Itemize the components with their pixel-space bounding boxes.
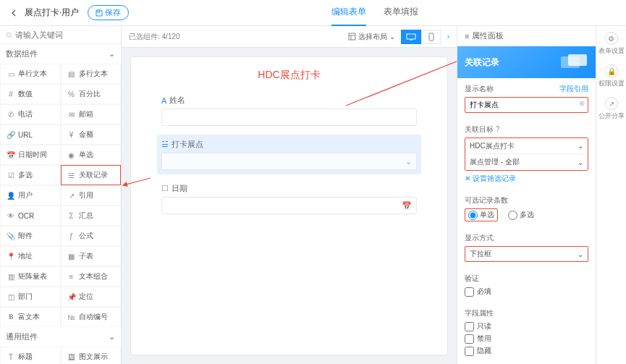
gear-icon: ⚙ xyxy=(605,32,618,45)
top-bar: 展点打卡·用户 保存 编辑表单 表单填报 xyxy=(0,0,626,26)
chevron-down-icon: ⌄ xyxy=(578,250,583,258)
component-汇总[interactable]: Σ汇总 xyxy=(61,206,122,226)
form-title: HDC展点打卡 xyxy=(161,69,417,82)
component-矩阵量表[interactable]: ▥矩阵量表 xyxy=(0,266,61,287)
component-icon: ƒ xyxy=(67,232,76,240)
target-view-select[interactable]: 展点管理 - 全部⌄ xyxy=(465,154,588,170)
tab-fill-form[interactable]: 表单填报 xyxy=(384,0,418,26)
rail-form-settings[interactable]: ⚙表单设置 xyxy=(598,32,625,56)
component-子表[interactable]: ▦子表 xyxy=(61,246,122,266)
rail-permission-settings[interactable]: 🔒权限设置 xyxy=(598,64,625,88)
share-icon: ↗ xyxy=(605,97,618,110)
component-icon: 𝐁 xyxy=(7,313,15,321)
component-search[interactable] xyxy=(0,26,121,44)
component-单选[interactable]: ◉单选 xyxy=(61,145,122,165)
component-icon: ▦ xyxy=(67,252,76,261)
component-多行文本[interactable]: ▤多行文本 xyxy=(61,64,122,84)
svg-rect-2 xyxy=(407,34,415,39)
component-icon: ☱ xyxy=(67,171,76,179)
desktop-view-button[interactable] xyxy=(401,30,421,44)
checkbox-disabled[interactable]: 禁用 xyxy=(465,334,588,344)
component-数值[interactable]: #数值 xyxy=(0,84,61,104)
component-自动编号[interactable]: №自动编号 xyxy=(61,307,122,327)
component-标题[interactable]: T标题 xyxy=(0,347,61,364)
main-tabs: 编辑表单 表单填报 xyxy=(331,0,418,26)
page-title: 展点打卡·用户 xyxy=(25,7,79,19)
component-URL[interactable]: 🔗URL xyxy=(0,124,61,145)
component-文本组合[interactable]: ≡文本组合 xyxy=(61,266,122,287)
filter-settings-link[interactable]: ✕ 设置筛选记录 xyxy=(465,174,516,184)
form-canvas[interactable]: HDC展点打卡 A姓名 ☱打卡展点 ⌄ ☐日期 📅 xyxy=(130,56,448,355)
component-OCR[interactable]: 👁OCR xyxy=(0,206,61,226)
viewport-toggle xyxy=(401,30,441,44)
chevron-down-icon: ⌄ xyxy=(109,332,115,342)
date-input[interactable]: 📅 xyxy=(161,197,417,214)
group-data-components[interactable]: 数据组件 ⌄ xyxy=(0,44,121,64)
component-公式[interactable]: ƒ公式 xyxy=(61,226,122,246)
display-name-input[interactable] xyxy=(465,97,588,113)
component-icon: 🔗 xyxy=(7,130,15,139)
right-rail: ⚙表单设置 🔒权限设置 ↗公开分享 xyxy=(596,26,626,364)
chevron-down-icon: ⌄ xyxy=(578,158,583,166)
component-icon: ▥ xyxy=(7,272,15,281)
radio-multi[interactable]: 多选 xyxy=(508,210,534,220)
mobile-view-button[interactable] xyxy=(421,30,441,44)
property-panel: ≡属性面板 关联记录 显示名称 字段引用 ⊗ 关联目标 ? HDC展点 xyxy=(457,26,596,364)
checkbox-readonly[interactable]: 只读 xyxy=(465,321,588,331)
component-icon: 📌 xyxy=(67,292,76,301)
search-input[interactable] xyxy=(15,30,115,39)
back-button[interactable] xyxy=(6,5,22,21)
component-icon: # xyxy=(7,90,15,98)
expand-button[interactable]: › xyxy=(447,33,449,41)
spot-select[interactable]: ⌄ xyxy=(161,153,417,170)
help-icon[interactable]: ? xyxy=(496,125,500,133)
component-富文本[interactable]: 𝐁富文本 xyxy=(0,307,61,327)
tab-edit-form[interactable]: 编辑表单 xyxy=(331,0,366,26)
component-图文展示[interactable]: 🖼图文展示 xyxy=(61,347,122,364)
display-style-select[interactable]: 下拉框⌄ xyxy=(465,246,588,262)
component-附件[interactable]: 📎附件 xyxy=(0,226,61,246)
component-百分比[interactable]: %百分比 xyxy=(61,84,122,104)
component-定位[interactable]: 📌定位 xyxy=(61,287,122,307)
component-部门[interactable]: ◫部门 xyxy=(0,287,61,307)
target-form-select[interactable]: HDC展点打卡⌄ xyxy=(465,138,588,154)
property-banner: 关联记录 xyxy=(457,46,596,78)
component-金额[interactable]: ¥金额 xyxy=(61,124,122,145)
component-日期时间[interactable]: 📅日期时间 xyxy=(0,145,61,165)
group-general-components[interactable]: 通用组件 ⌄ xyxy=(0,327,121,347)
canvas-toolbar: 已选组件: 4/120 选择布局 ⌄ xyxy=(122,26,457,48)
component-icon: Σ xyxy=(67,211,76,220)
component-关联记录[interactable]: ☱关联记录 xyxy=(61,165,122,185)
canvas-area: 已选组件: 4/120 选择布局 ⌄ xyxy=(122,26,457,364)
component-icon: ↗ xyxy=(67,191,76,200)
field-name[interactable]: A姓名 xyxy=(161,95,417,126)
component-icon: 🖼 xyxy=(67,352,76,361)
field-checkin-spot[interactable]: ☱打卡展点 ⌄ xyxy=(157,135,421,174)
svg-rect-7 xyxy=(568,54,587,66)
component-icon: ✉ xyxy=(67,110,76,119)
component-单行文本[interactable]: ▭单行文本 xyxy=(0,64,61,84)
component-地址[interactable]: 📍地址 xyxy=(0,246,61,266)
checkbox-required[interactable]: 必填 xyxy=(465,287,588,297)
component-icon: ▭ xyxy=(7,69,15,78)
component-用户[interactable]: 👤用户 xyxy=(0,185,61,206)
component-引用[interactable]: ↗引用 xyxy=(61,185,122,206)
component-邮箱[interactable]: ✉邮箱 xyxy=(61,104,122,124)
component-icon: № xyxy=(67,313,76,321)
component-多选[interactable]: ☑多选 xyxy=(0,165,61,185)
field-date[interactable]: ☐日期 📅 xyxy=(161,183,417,214)
field-ref-link[interactable]: 字段引用 xyxy=(559,84,588,94)
component-icon: 👁 xyxy=(7,211,15,220)
rail-public-share[interactable]: ↗公开分享 xyxy=(598,97,625,121)
component-icon: ◉ xyxy=(67,151,76,159)
layout-dropdown[interactable]: 选择布局 ⌄ xyxy=(348,32,395,42)
clear-icon[interactable]: ⊗ xyxy=(579,99,585,107)
component-icon: T xyxy=(7,352,15,361)
name-input[interactable] xyxy=(161,109,417,126)
save-button[interactable]: 保存 xyxy=(88,5,129,20)
component-panel: 数据组件 ⌄ ▭单行文本▤多行文本#数值%百分比✆电话✉邮箱🔗URL¥金额📅日期… xyxy=(0,26,122,364)
component-电话[interactable]: ✆电话 xyxy=(0,104,61,124)
checkbox-hidden[interactable]: 隐藏 xyxy=(465,346,588,356)
radio-single[interactable]: 单选 xyxy=(465,208,498,221)
component-icon: ≡ xyxy=(67,272,76,281)
